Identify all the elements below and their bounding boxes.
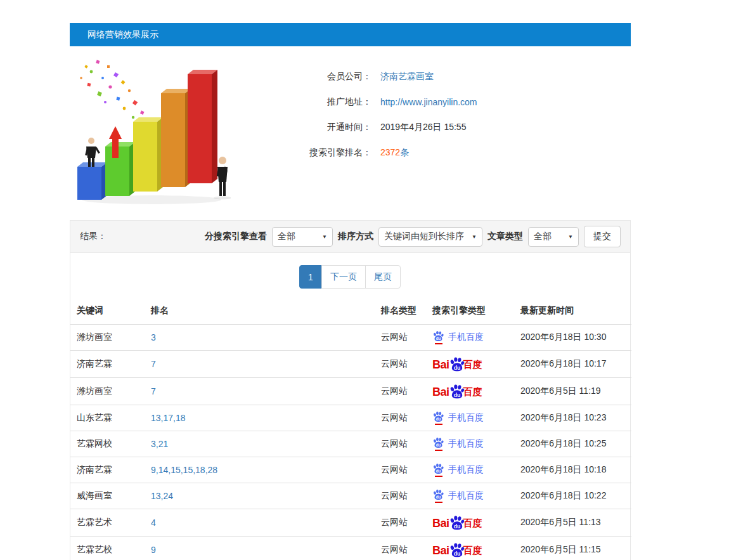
info-row-company: 会员公司： 济南艺霖画室 — [245, 64, 477, 89]
rank-type-cell: 云网站 — [375, 509, 426, 537]
keyword-cell: 艺霖艺术 — [70, 509, 145, 537]
engine-select-value: 全部 — [278, 231, 295, 242]
table-row: 艺霖网校 3,21 云网站 du 手机百度 — [70, 431, 631, 457]
info-fields: 会员公司： 济南艺霖画室 推广地址： http://www.jinanyilin… — [245, 55, 477, 211]
table-row: 潍坊画室 7 云网站 Bai du 百度 2020年6月5日 11:19 — [70, 378, 631, 405]
updated-cell: 2020年6月18日 10:23 — [514, 405, 631, 431]
svg-text:du: du — [436, 495, 441, 499]
result-label: 结果： — [80, 231, 107, 242]
baidu-logo: Bai du 百度 — [432, 384, 482, 399]
baidu-logo: Bai du 百度 — [432, 542, 482, 557]
baidu-bai-text: Bai — [432, 386, 449, 399]
updated-cell: 2020年6月18日 10:17 — [514, 351, 631, 378]
bar-red — [188, 70, 217, 183]
mobile-baidu-label: 手机百度 — [448, 464, 484, 476]
baidu-suffix-text: 百度 — [463, 359, 482, 372]
header-keyword: 关键词 — [70, 297, 145, 325]
info-section: 会员公司： 济南艺霖画室 推广地址： http://www.jinanyilin… — [70, 46, 631, 216]
chevron-down-icon: ▼ — [562, 234, 573, 240]
rank-link[interactable]: 3 — [151, 332, 156, 342]
updated-cell: 2020年6月5日 11:13 — [514, 509, 631, 537]
table-row: 艺霖艺术 4 云网站 Bai du 百度 2020年6月5日 11:13 — [70, 509, 631, 537]
main-container: 网络营销效果展示 — [70, 0, 631, 560]
rank-type-cell: 云网站 — [375, 405, 426, 431]
bar-yellow — [133, 117, 163, 192]
keyword-cell: 艺霖艺校 — [70, 537, 145, 560]
sort-select[interactable]: 关键词由短到长排序 ▼ — [378, 227, 482, 247]
mobile-baidu-label: 手机百度 — [448, 490, 484, 502]
promo-url-link[interactable]: http://www.jinanyilin.com — [380, 97, 477, 107]
bar-blue — [77, 162, 107, 200]
mobile-baidu-logo: du 手机百度 — [432, 463, 484, 477]
header-rank-type: 排名类型 — [375, 297, 426, 325]
rank-link[interactable]: 9,14,15,15,18,28 — [151, 465, 217, 475]
company-label: 会员公司： — [245, 71, 371, 82]
page-title-bar: 网络营销效果展示 — [70, 23, 631, 46]
mobile-baidu-label: 手机百度 — [448, 412, 484, 424]
rank-count: 2372 — [380, 147, 400, 157]
submit-button[interactable]: 提交 — [584, 226, 621, 247]
rank-link[interactable]: 7 — [151, 386, 156, 396]
info-row-opened: 开通时间： 2019年4月26日 15:55 — [245, 115, 477, 140]
updated-cell: 2020年6月18日 10:25 — [514, 431, 631, 457]
bar-orange — [161, 89, 191, 187]
baidu-paw-icon: du — [432, 463, 444, 477]
baidu-bai-text: Bai — [432, 517, 449, 530]
rank-link[interactable]: 13,17,18 — [151, 413, 186, 423]
rank-link[interactable]: 4 — [151, 518, 156, 528]
rank-link[interactable]: 13,24 — [151, 491, 173, 501]
mobile-baidu-label: 手机百度 — [448, 332, 484, 343]
info-row-ranking: 搜索引擎排名： 2372条 — [245, 140, 477, 166]
pagination-next-button[interactable]: 下一页 — [321, 265, 366, 289]
red-underline — [435, 343, 442, 344]
chevron-down-icon: ▼ — [465, 234, 477, 240]
rank-link[interactable]: 9 — [151, 545, 156, 555]
rank-type-cell: 云网站 — [375, 483, 426, 509]
svg-text:du: du — [453, 523, 460, 530]
table-row: 艺霖艺校 9 云网站 Bai du 百度 2020年6月5日 11:15 — [70, 537, 631, 560]
baidu-logo: Bai du 百度 — [432, 515, 482, 530]
pagination-page-1[interactable]: 1 — [299, 265, 322, 289]
table-header-row: 关键词 排名 排名类型 搜索引擎类型 最新更新时间 — [70, 297, 631, 325]
rank-type-cell: 云网站 — [375, 378, 426, 405]
page-title: 网络营销效果展示 — [87, 29, 158, 41]
pagination: 1 下一页 尾页 — [70, 253, 630, 289]
keyword-cell: 潍坊画室 — [70, 378, 145, 405]
updated-cell: 2020年6月18日 10:30 — [514, 325, 631, 351]
header-rank: 排名 — [145, 297, 375, 325]
baidu-suffix-text: 百度 — [463, 386, 482, 399]
engine-rank-label: 搜索引擎排名： — [245, 147, 371, 159]
sort-select-value: 关键词由短到长排序 — [384, 231, 464, 242]
mobile-baidu-logo: du 手机百度 — [432, 411, 484, 425]
keyword-cell: 济南艺霖 — [70, 457, 145, 483]
rank-type-cell: 云网站 — [375, 325, 426, 351]
article-type-select[interactable]: 全部 ▼ — [528, 227, 579, 247]
bar-green — [105, 142, 135, 196]
svg-text:du: du — [453, 365, 460, 371]
header-updated: 最新更新时间 — [514, 297, 631, 325]
keyword-cell: 潍坊画室 — [70, 325, 145, 351]
svg-text:du: du — [453, 550, 460, 557]
rank-unit: 条 — [400, 147, 409, 157]
engine-select[interactable]: 全部 ▼ — [272, 227, 333, 247]
engine-filter-label: 分搜索引擎查看 — [205, 231, 267, 242]
svg-text:du: du — [436, 336, 441, 341]
rank-link[interactable]: 3,21 — [151, 439, 168, 449]
baidu-suffix-text: 百度 — [463, 545, 482, 557]
filter-controls: 分搜索引擎查看 全部 ▼ 排序方式 关键词由短到长排序 ▼ 文章类型 全部 ▼ … — [205, 226, 621, 247]
table-row: 济南艺霖 7 云网站 Bai du 百度 2020年6月18日 10:17 — [70, 351, 631, 378]
baidu-paw-icon: du — [432, 411, 444, 425]
updated-cell: 2020年6月5日 11:19 — [514, 378, 631, 405]
table-row: 山东艺霖 13,17,18 云网站 du 手机百度 — [70, 405, 631, 431]
keyword-cell: 山东艺霖 — [70, 405, 145, 431]
engine-rank-value: 2372条 — [380, 147, 409, 159]
header-engine-type: 搜索引擎类型 — [426, 297, 514, 325]
red-underline — [435, 502, 442, 503]
rank-link[interactable]: 7 — [151, 359, 156, 369]
article-select-value: 全部 — [534, 231, 552, 242]
pagination-last-button[interactable]: 尾页 — [365, 265, 401, 289]
baidu-paw-icon: du — [432, 489, 444, 503]
company-link[interactable]: 济南艺霖画室 — [380, 71, 434, 82]
red-underline — [435, 424, 442, 425]
keyword-cell: 艺霖网校 — [70, 431, 145, 457]
